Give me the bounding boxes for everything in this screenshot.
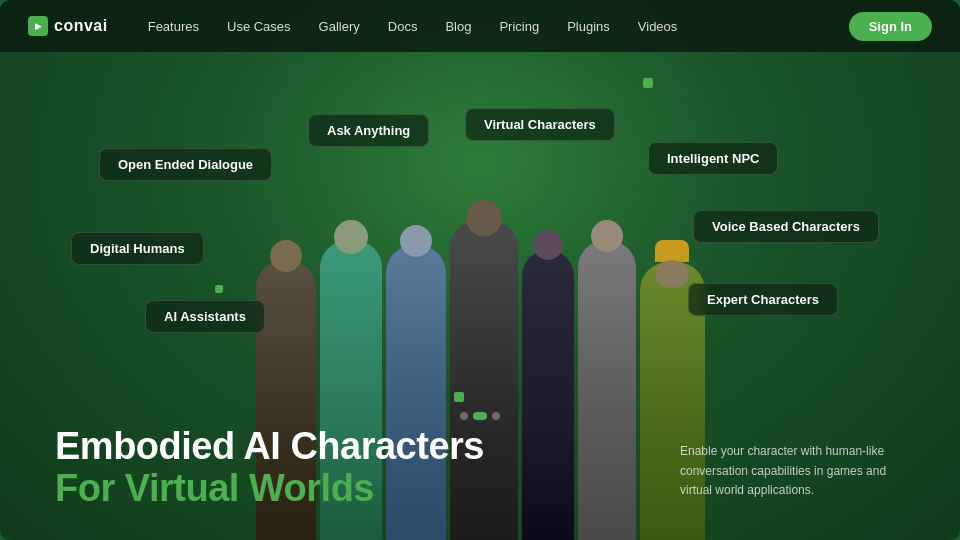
- chip-open-ended-dialogue: Open Ended Dialogue: [99, 148, 272, 181]
- accent-dot-1: [643, 78, 653, 88]
- nav-use-cases[interactable]: Use Cases: [227, 19, 291, 34]
- sign-in-button[interactable]: Sign In: [849, 12, 932, 41]
- logo-icon: [28, 16, 48, 36]
- nav-gallery[interactable]: Gallery: [319, 19, 360, 34]
- chip-ask-anything: Ask Anything: [308, 114, 429, 147]
- brand-name: convai: [54, 17, 108, 35]
- chip-intelligent-npc: Intelligent NPC: [648, 142, 778, 175]
- chip-expert-characters: Expert Characters: [688, 283, 838, 316]
- hero-text: Embodied AI Characters For Virtual World…: [55, 426, 484, 510]
- navbar: convai Features Use Cases Gallery Docs B…: [0, 0, 960, 52]
- hero-title-line2: For Virtual Worlds: [55, 468, 484, 510]
- nav-docs[interactable]: Docs: [388, 19, 418, 34]
- page-wrapper: convai Features Use Cases Gallery Docs B…: [0, 0, 960, 540]
- accent-dot-3: [454, 392, 464, 402]
- chip-voice-based: Voice Based Characters: [693, 210, 879, 243]
- nav-pricing[interactable]: Pricing: [499, 19, 539, 34]
- hero-description: Enable your character with human-like co…: [680, 442, 900, 500]
- char-6: [578, 240, 636, 540]
- scroll-dots: [460, 412, 500, 420]
- char-5: [522, 250, 574, 540]
- hero-title-line1: Embodied AI Characters: [55, 426, 484, 468]
- hero-desc-text: Enable your character with human-like co…: [680, 442, 900, 500]
- chip-ai-assistants: AI Assistants: [145, 300, 265, 333]
- chip-virtual-characters: Virtual Characters: [465, 108, 615, 141]
- scroll-dot-3: [492, 412, 500, 420]
- nav-videos[interactable]: Videos: [638, 19, 678, 34]
- nav-plugins[interactable]: Plugins: [567, 19, 610, 34]
- scroll-dot-2: [473, 412, 487, 420]
- nav-features[interactable]: Features: [148, 19, 199, 34]
- logo[interactable]: convai: [28, 16, 108, 36]
- chip-digital-humans: Digital Humans: [71, 232, 204, 265]
- nav-links: Features Use Cases Gallery Docs Blog Pri…: [148, 19, 849, 34]
- scroll-dot-1: [460, 412, 468, 420]
- nav-blog[interactable]: Blog: [445, 19, 471, 34]
- accent-dot-2: [215, 285, 223, 293]
